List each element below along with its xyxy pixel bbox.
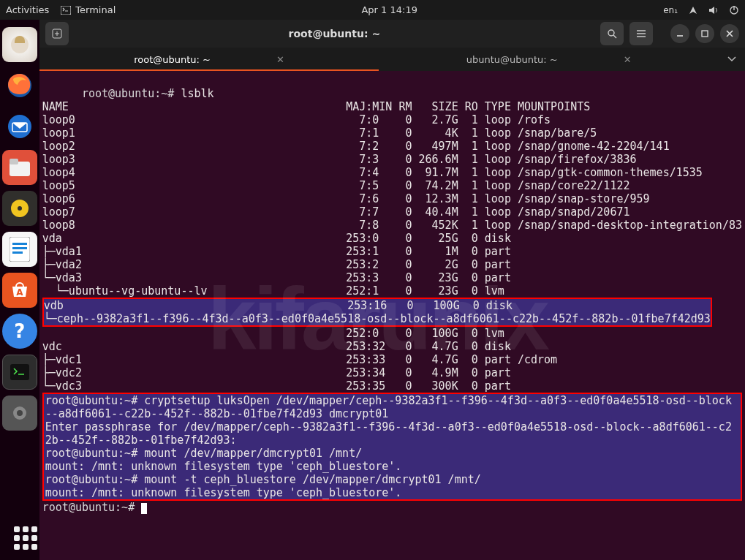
svg-rect-12 [12, 243, 27, 245]
gnome-top-bar: Activities Terminal Apr 1 14:19 en₁ [0, 0, 745, 20]
tab-close-icon[interactable]: ✕ [276, 54, 284, 65]
minimize-button[interactable] [670, 24, 689, 43]
svg-rect-16 [10, 364, 29, 380]
list-item: loop5 7:5 0 74.2M 1 loop /snap/core22/11… [42, 179, 630, 192]
list-item: loop8 7:8 0 452K 1 loop /snap/snapd-desk… [42, 219, 742, 232]
files-icon[interactable] [2, 27, 37, 62]
terminal-output[interactable]: kifarunixroot@ubuntu:~# lsblk NAME MAJ:M… [39, 71, 745, 560]
cursor [141, 503, 147, 514]
current-app[interactable]: Terminal [61, 4, 116, 15]
tab-ubuntu[interactable]: ubuntu@ubuntu: ~ ✕ [379, 48, 719, 71]
svg-rect-8 [10, 159, 18, 164]
list-item: └─vdc3 253:35 0 300K 0 part [42, 379, 518, 393]
software-icon[interactable]: A [2, 273, 37, 308]
firefox-icon[interactable] [2, 68, 37, 103]
list-item: 252:0 0 100G 0 lvm [42, 327, 518, 340]
close-button[interactable] [720, 24, 739, 43]
dock: A ? [0, 20, 39, 560]
terminal-icon [61, 6, 71, 15]
new-tab-button[interactable] [45, 22, 69, 45]
command: lsblk [181, 87, 213, 100]
window-title: root@ubuntu: ~ [69, 28, 600, 39]
settings-icon[interactable] [2, 396, 37, 431]
prompt: root@ubuntu:~# [82, 87, 181, 100]
tab-root[interactable]: root@ubuntu: ~ ✕ [39, 48, 379, 71]
list-item: loop0 7:0 0 2.7G 1 loop /rofs [42, 113, 551, 126]
svg-rect-13 [12, 247, 27, 249]
tab-menu[interactable] [719, 48, 745, 71]
list-item: └─ubuntu--vg-ubuntu--lv 252:1 0 23G 0 lv… [42, 284, 518, 298]
svg-rect-0 [61, 6, 71, 15]
highlight-commands: root@ubuntu:~# cryptsetup luksOpen /dev/… [42, 393, 742, 501]
list-item: ├─vda2 253:2 0 2G 0 part [42, 258, 518, 271]
svg-rect-21 [702, 31, 708, 37]
prompt: root@ubuntu:~# [42, 501, 141, 514]
list-item: loop1 7:1 0 4K 1 loop /snap/bare/5 [42, 126, 597, 140]
list-item: loop7 7:7 0 40.4M 1 loop /snap/snapd/206… [42, 205, 630, 219]
terminal-icon[interactable] [2, 355, 37, 390]
svg-rect-14 [12, 251, 23, 254]
list-item: ├─vdc1 253:33 0 4.7G 0 part /cdrom [42, 353, 557, 366]
search-button[interactable] [600, 22, 624, 45]
rhythmbox-icon[interactable] [2, 191, 37, 226]
clock[interactable]: Apr 1 14:19 [116, 4, 663, 15]
lsblk-header: NAME MAJ:MIN RM SIZE RO TYPE MOUNTPOINTS [42, 100, 591, 113]
activities-button[interactable]: Activities [6, 4, 49, 15]
svg-point-10 [18, 206, 22, 211]
list-item: loop3 7:3 0 266.6M 1 loop /snap/firefox/… [42, 153, 637, 166]
svg-point-18 [17, 410, 23, 416]
volume-icon[interactable] [708, 5, 719, 15]
thunderbird-icon[interactable] [2, 109, 37, 144]
list-item: vda 253:0 0 25G 0 disk [42, 232, 518, 245]
lang-indicator[interactable]: en₁ [663, 5, 678, 15]
svg-point-20 [608, 30, 614, 36]
terminal-tabbar: root@ubuntu: ~ ✕ ubuntu@ubuntu: ~ ✕ [39, 48, 745, 71]
maximize-button[interactable] [695, 24, 714, 43]
help-icon[interactable]: ? [2, 314, 37, 349]
highlight-vdb: vdb 253:16 0 100G 0 disk └─ceph--9382a3f… [42, 298, 712, 327]
current-app-label: Terminal [75, 4, 116, 15]
svg-text:A: A [16, 287, 23, 298]
show-applications[interactable] [14, 526, 37, 550]
list-item: ├─vda1 253:1 0 1M 0 part [42, 245, 518, 258]
list-item: loop6 7:6 0 12.3M 1 loop /snap/snap-stor… [42, 192, 650, 205]
tab-label: root@ubuntu: ~ [134, 54, 211, 65]
window-titlebar: root@ubuntu: ~ [39, 20, 745, 48]
nautilus-icon[interactable] [2, 150, 37, 185]
list-item: ├─vdc2 253:34 0 4.9M 0 part [42, 366, 518, 379]
libreoffice-icon[interactable] [2, 232, 37, 267]
network-icon[interactable] [688, 5, 698, 15]
list-item: loop2 7:2 0 497M 1 loop /snap/gnome-42-2… [42, 140, 670, 153]
menu-button[interactable] [629, 22, 653, 45]
list-item: loop4 7:4 0 91.7M 1 loop /snap/gtk-commo… [42, 166, 703, 179]
list-item: └─vda3 253:3 0 23G 0 part [42, 271, 518, 284]
tab-close-icon[interactable]: ✕ [624, 54, 632, 65]
svg-rect-2 [733, 6, 734, 10]
list-item: vdc 253:32 0 4.7G 0 disk [42, 340, 518, 353]
power-icon[interactable] [729, 5, 739, 15]
tab-label: ubuntu@ubuntu: ~ [466, 54, 558, 65]
